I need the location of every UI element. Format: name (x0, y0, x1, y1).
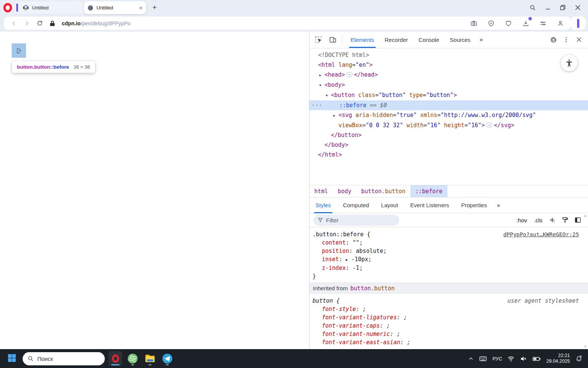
tab-styles[interactable]: Styles (309, 197, 337, 213)
code-line[interactable]: ▼<button class="button" type="button"> (309, 90, 588, 100)
tab-island: Untitled (14, 2, 83, 14)
reload-icon[interactable] (35, 18, 44, 28)
crumb-before[interactable]: ::before (410, 185, 447, 197)
more-tabs-chevron[interactable]: » (476, 36, 487, 43)
crumb-body[interactable]: body (333, 185, 356, 197)
styles-scrollbar[interactable]: ▲▼ (583, 213, 588, 349)
notification-bell-icon[interactable] (575, 355, 583, 362)
code-line[interactable]: z-index: -1; (309, 264, 588, 272)
tab-sources[interactable]: Sources (444, 31, 476, 48)
code-line[interactable]: inset: ▶ -10px; (309, 255, 588, 264)
code-line[interactable]: font-style: ; (309, 305, 588, 313)
shield-check-icon[interactable] (486, 18, 496, 28)
tab-untitled-2[interactable]: Untitled × (84, 1, 146, 14)
sliders-icon[interactable] (538, 18, 548, 28)
filter-input[interactable]: Filter (313, 215, 399, 226)
restore-icon[interactable] (558, 3, 568, 12)
tab-console[interactable]: Console (413, 31, 444, 48)
tab-layout[interactable]: Layout (375, 197, 404, 213)
more-panels-chevron[interactable]: » (493, 202, 505, 209)
code-line[interactable]: ▶<svg aria-hidden="true" xmlns="http://w… (309, 110, 588, 120)
forward-icon[interactable] (22, 18, 32, 28)
code-line[interactable]: font-variant-ligatures: ; (309, 313, 588, 322)
tab-elements[interactable]: Elements (345, 31, 380, 48)
accessibility-fab[interactable] (561, 55, 577, 71)
tooltip-dimensions: 36 × 36 (74, 64, 90, 70)
code-line[interactable]: ▶<head>⋯</head> (309, 70, 588, 80)
paint-roller-icon[interactable] (560, 216, 570, 225)
keyboard-icon[interactable] (479, 355, 487, 363)
tab-recorder[interactable]: Recorder (380, 31, 413, 48)
back-icon[interactable] (9, 18, 19, 28)
code-line[interactable]: font-variant-caps: ; (309, 322, 588, 330)
taskbar-folder-icon[interactable] (143, 351, 157, 366)
taskbar-atom-icon[interactable] (126, 351, 139, 366)
workspace-indicator (577, 19, 579, 28)
tab-event-listeners[interactable]: Event Listeners (404, 197, 455, 213)
tab-computed[interactable]: Computed (337, 197, 375, 213)
wifi-icon[interactable] (507, 355, 514, 362)
battery-icon[interactable] (532, 354, 541, 363)
rule-button-before: dPPypPo?aut…KWReGEOr:25.button::before {… (309, 227, 588, 280)
code-line[interactable]: user agent stylesheetbutton { (309, 297, 588, 305)
address-bar[interactable]: cdpn.io/pen/debug/dPPypPo (4, 17, 571, 30)
tab-untitled-1[interactable]: Untitled (18, 5, 49, 11)
chevron-up-icon[interactable] (468, 356, 474, 362)
minimize-icon[interactable] (543, 3, 553, 12)
codepen-icon (23, 5, 29, 11)
code-line[interactable]: ▼<body> (309, 80, 588, 90)
settings-gear-icon[interactable] (548, 34, 559, 45)
panel-toggle-icon[interactable] (573, 216, 582, 225)
inspected-element-highlight[interactable] (12, 43, 26, 58)
code-line[interactable]: font-variant-numeric: ; (309, 330, 588, 338)
tab-close-icon[interactable]: × (139, 5, 142, 11)
crumb-html[interactable]: html (309, 185, 333, 197)
code-line[interactable]: dPPypPo?aut…KWReGEOr:25.button::before { (309, 230, 588, 239)
code-line[interactable]: } (309, 272, 588, 280)
workspace-pill[interactable] (571, 17, 586, 30)
windows-start-icon[interactable] (7, 353, 17, 364)
url-text[interactable]: cdpn.io/pen/debug/dPPypPo (62, 20, 130, 26)
language-indicator[interactable]: РУС (492, 356, 502, 362)
taskbar-telegram-icon[interactable] (161, 351, 174, 366)
code-line[interactable]: content: ""; (309, 239, 588, 247)
code-line[interactable]: font-variant-east-asian: ; (309, 338, 588, 346)
toggle-cls[interactable]: .cls (534, 217, 543, 223)
new-tab-button[interactable]: + (150, 3, 159, 12)
styles-panel-tabs: Styles Computed Layout Event Listeners P… (309, 197, 588, 213)
heart-icon[interactable] (504, 18, 513, 28)
funnel-icon (318, 217, 323, 223)
code-line[interactable]: position: absolute; (309, 247, 588, 255)
tab-properties[interactable]: Properties (455, 197, 493, 213)
page-viewport: button.button::before 36 × 36 (0, 31, 309, 349)
code-line[interactable]: </button> (309, 130, 588, 140)
taskbar-search-input[interactable]: Поиск (23, 352, 105, 365)
taskbar-opera-icon[interactable] (109, 351, 122, 366)
toggle-hov[interactable]: :hov (516, 217, 527, 223)
code-line[interactable]: <!DOCTYPE html> (309, 50, 588, 60)
code-line[interactable]: </html> (309, 150, 588, 160)
volume-muted-icon[interactable] (520, 355, 527, 362)
inspect-icon[interactable] (313, 34, 324, 45)
code-line[interactable]: viewBox="0 0 32 32" width="16" height="1… (309, 120, 588, 130)
kebab-menu-icon[interactable] (561, 34, 571, 45)
person-icon[interactable] (556, 18, 565, 28)
styles-filter-row: Filter :hov .cls (309, 213, 588, 227)
close-icon[interactable] (573, 3, 583, 12)
taskbar-clock[interactable]: 22:21 29.04.2025 (546, 353, 570, 364)
styles-pane: dPPypPo?aut…KWReGEOr:25.button::before {… (309, 227, 588, 349)
device-toolbar-icon[interactable] (328, 34, 338, 45)
crumb-button[interactable]: button.button (356, 185, 410, 197)
code-line[interactable]: ···::before == $0 (309, 100, 588, 110)
camera-icon[interactable] (469, 18, 479, 28)
opera-menu-icon[interactable] (3, 3, 12, 12)
close-icon[interactable] (574, 34, 584, 45)
search-icon[interactable] (528, 3, 537, 12)
download-icon[interactable] (521, 18, 531, 28)
code-line[interactable]: <html lang="en"> (309, 60, 588, 70)
plus-icon[interactable] (548, 216, 557, 225)
breadcrumb: html body button.button ::before (309, 185, 588, 197)
code-line[interactable]: </body> (309, 140, 588, 150)
inherited-node-link[interactable]: button.button (351, 285, 395, 292)
dom-tree: <!DOCTYPE html><html lang="en">▶<head>⋯<… (309, 48, 588, 185)
